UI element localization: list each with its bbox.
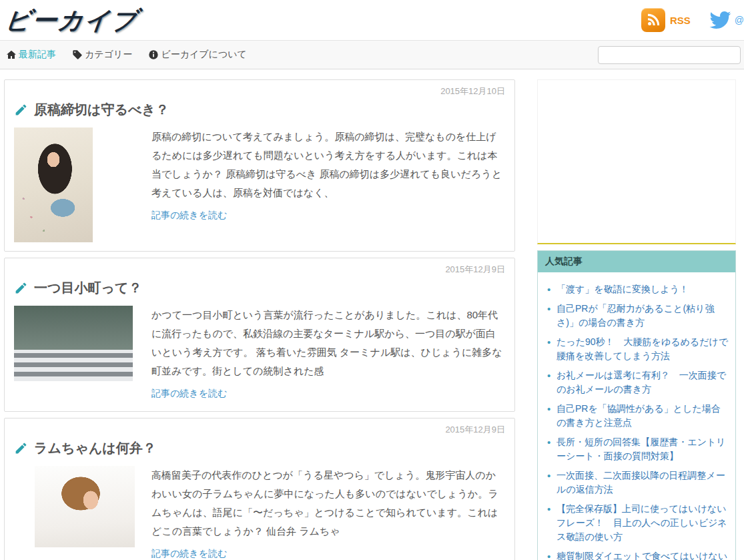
- read-more-link[interactable]: 記事の続きを読む: [151, 208, 227, 222]
- article-title: 一つ目小町って？: [34, 279, 141, 297]
- search-input[interactable]: [598, 46, 741, 64]
- article-date: 2015年12月9日: [14, 424, 505, 436]
- article-thumbnail-smiling-woman[interactable]: [35, 466, 135, 547]
- article-text-column: 原稿の締切について考えてみましょう。原稿の締切は、完璧なものを仕上げるためには多…: [151, 127, 505, 242]
- popular-article-link[interactable]: 自己PRが「忍耐力があること(粘り強さ)」の場合の書き方: [546, 302, 729, 330]
- main-nav: 最新記事 カテゴリー ビーカイブについて: [0, 40, 744, 69]
- article-text-column: 高橋留美子の代表作のひとつが「うる星やつら」でしょう。鬼形宇宙人のかわいい女の子…: [151, 466, 505, 560]
- article-card: 2015年12月9日 一つ目小町って？ かつて一つ目小町という言葉が流行ったこと…: [4, 258, 515, 412]
- site-logo[interactable]: ビーカイブ: [3, 4, 140, 37]
- article-excerpt: 高橋留美子の代表作のひとつが「うる星やつら」でしょう。鬼形宇宙人のかわいい女の子…: [151, 469, 498, 537]
- article-thumbnail-girl-reading-magazine[interactable]: [14, 127, 93, 242]
- sidebar: 人気記事 「渡す」を敬語に変換しよう！ 自己PRが「忍耐力があること(粘り強さ)…: [537, 79, 736, 560]
- article-card: 2015年12月9日 ラムちゃんは何弁？ 高橋留美子の代表作のひとつが「うる星や…: [4, 418, 515, 560]
- search-box: [598, 46, 741, 64]
- thumbnail-column: [14, 306, 138, 402]
- nav-label: カテゴリー: [85, 49, 132, 61]
- article-date: 2015年12月9日: [14, 264, 505, 276]
- article-date: 2015年12月10日: [14, 85, 505, 97]
- pencil-icon: [14, 103, 28, 117]
- nav-label: ビーカイブについて: [161, 49, 247, 61]
- nav-item-latest-articles[interactable]: 最新記事: [6, 49, 56, 61]
- popular-article-link[interactable]: 長所・短所の回答集【履歴書・エントリーシート・面接の質問対策】: [546, 435, 729, 463]
- twitter-icon: [708, 9, 733, 31]
- twitter-link[interactable]: @: [708, 9, 744, 31]
- article-thumbnail-city-crosswalk[interactable]: [14, 306, 133, 381]
- main-area: 2015年12月10日 原稿締切は守るべき？ 原稿の締切について考えてみましょう…: [0, 69, 744, 560]
- nav-label: 最新記事: [19, 49, 56, 61]
- popular-article-link[interactable]: 一次面接、二次面接以降の日程調整メールの返信方法: [546, 469, 729, 497]
- article-body: 高橋留美子の代表作のひとつが「うる星やつら」でしょう。鬼形宇宙人のかわいい女の子…: [14, 466, 505, 560]
- thumbnail-column: [14, 466, 138, 560]
- rss-link[interactable]: RSS: [670, 15, 691, 26]
- popular-articles-list: 「渡す」を敬語に変換しよう！ 自己PRが「忍耐力があること(粘り強さ)」の場合の…: [538, 272, 735, 560]
- site-header: ビーカイブ RSS @: [0, 0, 744, 40]
- pencil-icon: [14, 281, 28, 295]
- ad-placeholder: [537, 79, 736, 244]
- article-card: 2015年12月10日 原稿締切は守るべき？ 原稿の締切について考えてみましょう…: [4, 79, 515, 252]
- popular-articles-heading: 人気記事: [538, 251, 735, 272]
- thumbnail-column: [14, 127, 138, 242]
- header-social-links: RSS @: [641, 8, 744, 32]
- article-text-column: かつて一つ目小町という言葉が流行ったことがありました。これは、80年代に流行った…: [151, 306, 505, 402]
- article-title-link[interactable]: ラムちゃんは何弁？: [14, 439, 505, 457]
- home-icon: [6, 49, 17, 60]
- popular-article-link[interactable]: 「渡す」を敬語に変換しよう！: [546, 282, 729, 296]
- article-excerpt: 原稿の締切について考えてみましょう。原稿の締切は、完璧なものを仕上げるためには多…: [151, 131, 502, 198]
- article-excerpt: かつて一つ目小町という言葉が流行ったことがありました。これは、80年代に流行った…: [151, 309, 502, 376]
- info-icon: [148, 49, 159, 60]
- article-title-link[interactable]: 一つ目小町って？: [14, 279, 505, 297]
- article-body: かつて一つ目小町という言葉が流行ったことがありました。これは、80年代に流行った…: [14, 306, 505, 402]
- pencil-icon: [14, 441, 28, 455]
- popular-article-link[interactable]: 自己PRを「協調性がある」とした場合の書き方と注意点: [546, 402, 729, 430]
- read-more-link[interactable]: 記事の続きを読む: [151, 386, 227, 400]
- article-title: ラムちゃんは何弁？: [34, 439, 156, 457]
- tag-icon: [72, 49, 83, 60]
- nav-item-categories[interactable]: カテゴリー: [72, 49, 132, 61]
- nav-item-about[interactable]: ビーカイブについて: [148, 49, 247, 61]
- article-list: 2015年12月10日 原稿締切は守るべき？ 原稿の締切について考えてみましょう…: [4, 79, 515, 560]
- popular-article-link[interactable]: たった90秒！ 大腰筋をゆるめるだけで腰痛を改善してしまう方法: [546, 335, 729, 363]
- rss-icon[interactable]: [641, 8, 665, 32]
- twitter-handle: @: [735, 15, 744, 25]
- article-title-link[interactable]: 原稿締切は守るべき？: [14, 101, 505, 119]
- popular-articles-box: 人気記事 「渡す」を敬語に変換しよう！ 自己PRが「忍耐力があること(粘り強さ)…: [537, 250, 736, 560]
- article-title: 原稿締切は守るべき？: [34, 101, 169, 119]
- popular-article-link[interactable]: お礼メールは選考に有利？ 一次面接でのお礼メールの書き方: [546, 368, 729, 396]
- popular-article-link[interactable]: 【完全保存版】上司に使ってはいけないフレーズ！ 目上の人への正しいビジネス敬語の…: [546, 502, 729, 544]
- read-more-link[interactable]: 記事の続きを読む: [151, 547, 227, 560]
- article-body: 原稿の締切について考えてみましょう。原稿の締切は、完璧なものを仕上げるためには多…: [14, 127, 505, 242]
- popular-article-link[interactable]: 糖質制限ダイエットで食べてはいけない「野菜」: [546, 549, 729, 560]
